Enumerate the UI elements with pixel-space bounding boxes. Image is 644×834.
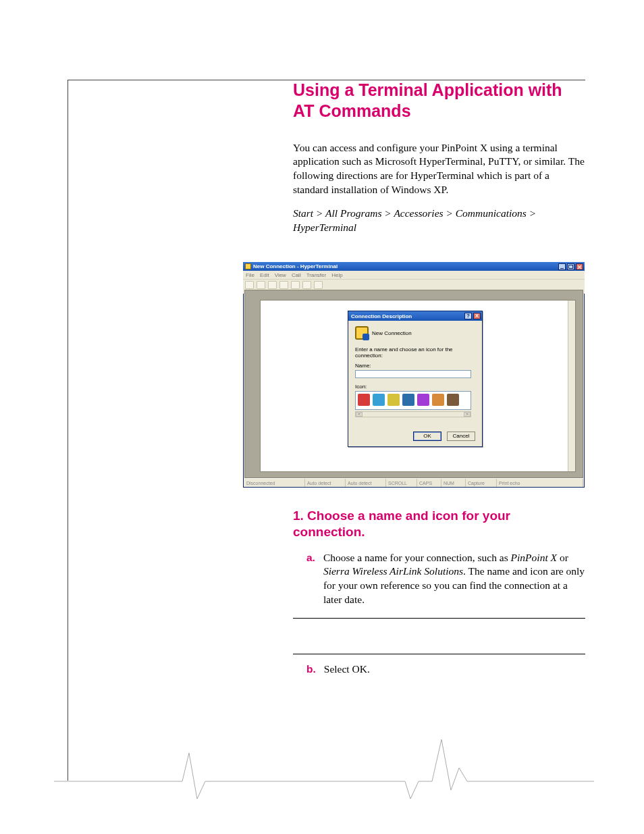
hyperterminal-titlebar[interactable]: New Connection - HyperTerminal	[243, 262, 585, 271]
tool-new-icon[interactable]	[245, 281, 254, 289]
hyperterminal-window: New Connection - HyperTerminal File Edit…	[243, 262, 585, 488]
step-a-em2: Sierra Wireless AirLink Solutions	[323, 565, 463, 577]
tool-properties-icon[interactable]	[314, 281, 323, 289]
tool-send-icon[interactable]	[291, 281, 300, 289]
page-title: Using a Terminal Application with AT Com…	[293, 80, 585, 122]
close-button[interactable]	[576, 263, 583, 270]
status-detect1: Auto detect	[305, 479, 346, 487]
icon-label: Icon:	[355, 384, 475, 390]
status-echo: Print echo	[497, 479, 583, 487]
status-detect2: Auto detect	[346, 479, 386, 487]
connection-description-dialog: Connection Description ? X New Connectio…	[348, 311, 483, 447]
hyperterminal-title: New Connection - HyperTerminal	[253, 263, 338, 269]
dialog-prompt: Enter a name and choose an icon for the …	[355, 346, 475, 359]
step-a-mid: or	[557, 552, 568, 563]
step-a: a. Choose a name for your connection, su…	[306, 551, 585, 608]
navigation-path: Start > All Programs > Accessories > Com…	[293, 207, 585, 235]
tool-call-icon[interactable]	[268, 281, 277, 289]
icon-option-3[interactable]	[387, 394, 400, 406]
status-scroll: SCROLL	[386, 479, 417, 487]
dialog-body: New Connection Enter a name and choose a…	[348, 321, 482, 423]
dialog-close-button[interactable]: X	[473, 313, 481, 319]
minimize-button[interactable]	[558, 263, 566, 270]
name-input[interactable]	[355, 370, 471, 378]
dialog-titlebar[interactable]: Connection Description ? X	[348, 311, 482, 321]
icon-option-2[interactable]	[373, 394, 385, 406]
ekg-decoration	[54, 726, 594, 800]
cancel-button[interactable]: Cancel	[447, 432, 475, 441]
intro-paragraph: You can access and configure your PinPoi…	[293, 141, 585, 198]
icon-option-4[interactable]	[402, 394, 414, 406]
dialog-heading: New Connection	[372, 330, 412, 336]
step-a-marker: a.	[306, 551, 315, 608]
new-connection-icon	[355, 326, 369, 340]
step-b-text: Select OK.	[324, 662, 370, 677]
name-label: Name:	[355, 363, 475, 369]
status-capture: Capture	[466, 479, 497, 487]
hyperterminal-client: Connection Description ? X New Connectio…	[244, 290, 583, 478]
menu-transfer[interactable]: Transfer	[306, 272, 327, 278]
scroll-right-button[interactable]: >	[464, 412, 471, 417]
left-rule	[68, 80, 68, 781]
icon-option-6[interactable]	[432, 394, 444, 406]
step-a-prefix: Choose a name for your connection, such …	[323, 552, 511, 563]
tool-receive-icon[interactable]	[302, 281, 311, 289]
hyperterminal-statusbar: Disconnected Auto detect Auto detect SCR…	[244, 478, 583, 487]
icon-option-1[interactable]	[358, 394, 370, 406]
divider-bottom	[293, 654, 585, 654]
step-a-em1: PinPoint X	[511, 552, 557, 563]
icon-chooser[interactable]	[355, 391, 471, 410]
step-b: b. Select OK.	[306, 662, 585, 677]
tool-open-icon[interactable]	[257, 281, 265, 289]
icon-scrollbar[interactable]: < >	[355, 411, 471, 417]
icon-option-5[interactable]	[417, 394, 429, 406]
divider-top	[293, 618, 585, 619]
tool-hangup-icon[interactable]	[279, 281, 288, 289]
dialog-title: Connection Description	[351, 313, 412, 319]
step-a-text: Choose a name for your connection, such …	[323, 551, 585, 608]
menu-file[interactable]: File	[246, 272, 254, 278]
icon-option-7[interactable]	[447, 394, 459, 406]
section-1-heading: 1. Choose a name and icon for your conne…	[293, 508, 585, 540]
dialog-help-button[interactable]: ?	[464, 313, 472, 319]
menu-help[interactable]: Help	[331, 272, 342, 278]
hyperterminal-menubar: File Edit View Call Transfer Help	[243, 271, 585, 280]
menu-call[interactable]: Call	[292, 272, 301, 278]
status-caps: CAPS	[417, 479, 441, 487]
menu-view[interactable]: View	[275, 272, 286, 278]
menu-edit[interactable]: Edit	[260, 272, 269, 278]
status-connection: Disconnected	[244, 479, 305, 487]
maximize-button[interactable]	[567, 263, 574, 270]
hyperterminal-icon	[245, 263, 251, 269]
step-b-marker: b.	[306, 662, 316, 677]
status-num: NUM	[441, 479, 466, 487]
vertical-scrollbar[interactable]	[568, 301, 575, 471]
scroll-left-button[interactable]: <	[356, 412, 363, 417]
ok-button[interactable]: OK	[413, 432, 441, 441]
